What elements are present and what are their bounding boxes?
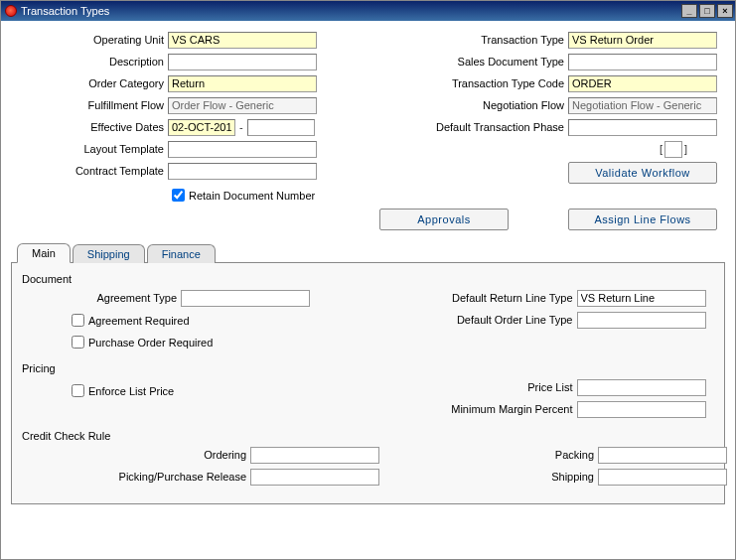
tab-panel-main: Document Agreement Type Agreement Requir…	[11, 262, 725, 504]
layout-template-label: Layout Template	[19, 143, 168, 155]
retain-doc-number-checkbox[interactable]	[172, 189, 185, 202]
agreement-type-input[interactable]	[181, 290, 310, 307]
contract-template-label: Contract Template	[19, 165, 168, 177]
close-button[interactable]: ×	[717, 4, 733, 18]
min-margin-input[interactable]	[577, 401, 706, 418]
maximize-button[interactable]: □	[699, 4, 715, 18]
window-title: Transaction Types	[21, 5, 681, 17]
tx-type-code-input[interactable]	[568, 75, 717, 92]
credit-section-label: Credit Check Rule	[22, 430, 714, 442]
default-tx-phase-input[interactable]	[568, 119, 717, 136]
transaction-types-window: Transaction Types _ □ × Operating Unit D…	[0, 0, 736, 560]
fulfillment-flow-label: Fulfillment Flow	[19, 99, 168, 111]
fulfillment-flow-input[interactable]	[168, 97, 317, 114]
picking-release-label: Picking/Purchase Release	[22, 471, 250, 483]
date-separator: -	[239, 121, 243, 133]
tab-finance[interactable]: Finance	[147, 244, 216, 263]
default-tx-phase-label: Default Transaction Phase	[369, 121, 568, 133]
negotiation-flow-label: Negotiation Flow	[369, 99, 568, 111]
sales-doc-type-label: Sales Document Type	[369, 56, 568, 68]
shipping-label: Shipping	[399, 471, 598, 483]
validate-workflow-button[interactable]: Validate Workflow	[568, 162, 717, 184]
effective-dates-label: Effective Dates	[19, 121, 168, 133]
assign-line-flows-button[interactable]: Assign Line Flows	[568, 209, 717, 230]
flexfield-close: ]	[684, 143, 687, 155]
layout-template-input[interactable]	[168, 141, 317, 158]
transaction-type-label: Transaction Type	[369, 34, 568, 46]
agreement-type-label: Agreement Type	[22, 292, 181, 304]
def-return-line-label: Default Return Line Type	[378, 292, 577, 304]
def-return-line-input[interactable]	[577, 290, 706, 307]
ordering-input[interactable]	[250, 447, 379, 464]
pricing-section-label: Pricing	[22, 362, 714, 374]
agreement-required-label: Agreement Required	[88, 315, 190, 327]
enforce-list-price-label: Enforce List Price	[88, 385, 174, 397]
def-order-line-label: Default Order Line Type	[378, 314, 577, 326]
price-list-input[interactable]	[577, 379, 706, 396]
enforce-list-price-checkbox[interactable]	[72, 384, 84, 397]
effective-from-input[interactable]	[168, 119, 235, 136]
retain-doc-number-label: Retain Document Number	[189, 190, 315, 202]
tab-main[interactable]: Main	[17, 243, 71, 263]
po-required-label: Purchase Order Required	[88, 337, 213, 349]
packing-label: Packing	[399, 449, 598, 461]
negotiation-flow-input[interactable]	[568, 97, 717, 114]
price-list-label: Price List	[378, 381, 577, 393]
order-category-input[interactable]	[168, 75, 317, 92]
agreement-required-checkbox[interactable]	[72, 314, 84, 327]
document-section-label: Document	[22, 273, 714, 285]
transaction-type-input[interactable]	[568, 32, 717, 49]
ordering-label: Ordering	[22, 449, 250, 461]
titlebar: Transaction Types _ □ ×	[1, 1, 735, 21]
approvals-button[interactable]: Approvals	[379, 209, 509, 230]
shipping-input[interactable]	[598, 469, 727, 486]
flexfield-open: [	[660, 143, 662, 155]
app-icon	[5, 5, 17, 17]
packing-input[interactable]	[598, 447, 727, 464]
minimize-button[interactable]: _	[681, 4, 697, 18]
contract-template-input[interactable]	[168, 163, 317, 180]
flexfield-input[interactable]	[664, 141, 682, 158]
def-order-line-input[interactable]	[577, 312, 706, 329]
order-category-label: Order Category	[19, 77, 168, 89]
effective-to-input[interactable]	[247, 119, 315, 136]
operating-unit-input[interactable]	[168, 32, 317, 49]
sales-doc-type-input[interactable]	[568, 54, 717, 70]
tab-shipping[interactable]: Shipping	[73, 244, 145, 263]
description-label: Description	[19, 56, 168, 68]
tx-type-code-label: Transaction Type Code	[369, 77, 568, 89]
min-margin-label: Minimum Margin Percent	[378, 403, 577, 415]
po-required-checkbox[interactable]	[72, 336, 84, 349]
operating-unit-label: Operating Unit	[19, 34, 168, 46]
description-input[interactable]	[168, 54, 317, 70]
picking-release-input[interactable]	[250, 469, 379, 486]
